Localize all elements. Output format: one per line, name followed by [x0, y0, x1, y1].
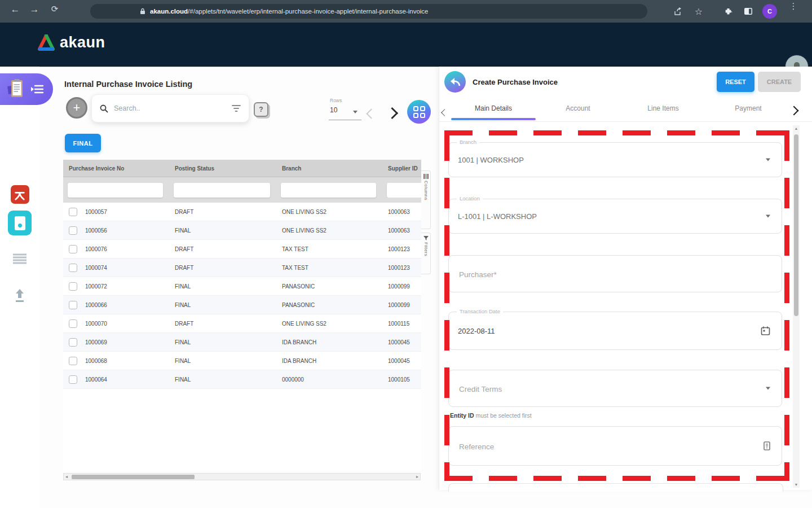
branch-caret-icon[interactable]: [766, 159, 770, 161]
table-row[interactable]: 1000070 DRAFT ONE LIVING SS2 1000115: [63, 314, 421, 333]
browser-reload-icon[interactable]: ⟳: [47, 4, 62, 14]
tab-main-details[interactable]: Main Details: [451, 104, 536, 112]
tab-payment[interactable]: Payment: [706, 104, 791, 112]
table-horizontal-scrollbar[interactable]: ◂ ▸: [63, 473, 421, 480]
location-caret-icon[interactable]: [766, 215, 770, 218]
filters-icon: [423, 236, 429, 240]
sidebar-item-pdf[interactable]: [0, 185, 39, 204]
branch-label: Branch: [457, 139, 479, 145]
table-row[interactable]: 1000074 DRAFT TAX TEST 1000123: [63, 259, 421, 277]
purchaser-input[interactable]: [458, 256, 726, 293]
add-invoice-button[interactable]: +: [66, 97, 87, 119]
browser-forward-icon[interactable]: →: [27, 4, 42, 15]
filter-input-posting-status[interactable]: [174, 183, 270, 198]
brand-logo[interactable]: akaun: [37, 34, 105, 51]
row-checkbox[interactable]: [69, 301, 77, 309]
side-panel-icon[interactable]: [742, 5, 754, 17]
credit-terms-caret-icon[interactable]: [766, 387, 770, 390]
columns-side-tab[interactable]: Columns: [421, 170, 431, 229]
table-row[interactable]: 1000066 FINAL PANASONIC 1000099: [63, 296, 421, 314]
akaun-triangle-icon: [37, 34, 55, 51]
bookmark-star-icon[interactable]: ☆: [692, 5, 705, 17]
playlist-menu-icon: [30, 84, 44, 95]
panel-title: Create Purchase Invoice: [473, 78, 558, 86]
shortcut-help-icon[interactable]: ?: [254, 102, 268, 117]
row-checkbox[interactable]: [69, 338, 77, 347]
location-select[interactable]: Location L-1001 | L-WORKSHOP: [448, 199, 782, 234]
sidebar-item-list[interactable]: [0, 253, 39, 264]
columns-icon: [423, 174, 429, 179]
column-header[interactable]: Supplier ID: [382, 165, 421, 172]
extensions-icon[interactable]: [722, 5, 734, 17]
filters-side-tab[interactable]: Filters: [421, 233, 431, 274]
column-header[interactable]: Purchase Invoice No: [63, 165, 169, 172]
table-row[interactable]: 1000064 FINAL 0000000 1000105: [63, 370, 421, 389]
rows-caret-icon[interactable]: [353, 111, 358, 113]
search-box: [91, 94, 249, 122]
browser-menu-icon[interactable]: ⋮: [788, 3, 798, 8]
transaction-date-field[interactable]: Transaction Date 2022-08-11: [448, 312, 782, 350]
reset-button[interactable]: RESET: [717, 72, 754, 92]
next-page-icon[interactable]: [388, 109, 396, 120]
table-row[interactable]: 1000056 FINAL ONE LIVING SS2 1000063: [63, 221, 421, 240]
sidebar-item-upload[interactable]: [0, 288, 39, 303]
filter-funnel-icon[interactable]: [232, 104, 241, 112]
tabs-scroll-left-icon[interactable]: [442, 107, 447, 117]
url-bar[interactable]: akaun.cloud/#/applets/tnt/wavelet/erp/in…: [90, 4, 647, 19]
table-row[interactable]: 1000057 DRAFT ONE LIVING SS2 1000063: [63, 203, 421, 221]
listing-title: Internal Purchase Invoice Listing: [64, 80, 192, 89]
table-row[interactable]: 1000069 FINAL IDA BRANCH 1000045: [63, 333, 421, 352]
filter-input-invoice-no[interactable]: [68, 183, 163, 198]
prev-page-icon[interactable]: [368, 110, 375, 120]
search-input[interactable]: [113, 104, 232, 113]
sidebar-item-document[interactable]: [0, 211, 39, 235]
row-checkbox[interactable]: [69, 245, 77, 253]
row-checkbox[interactable]: [69, 282, 77, 291]
row-checkbox[interactable]: [69, 357, 77, 365]
browser-chrome: ← → ⟳ akaun.cloud/#/applets/tnt/wavelet/…: [0, 0, 812, 23]
filter-input-branch[interactable]: [281, 183, 376, 198]
scroll-right-icon[interactable]: ▸: [416, 474, 418, 479]
panel-scrollbar[interactable]: ▲ ▼: [793, 125, 800, 488]
rows-underline: [329, 120, 361, 120]
rows-per-page-value[interactable]: 10: [330, 106, 337, 114]
scroll-down-icon[interactable]: ▼: [793, 483, 800, 487]
scroll-left-icon[interactable]: ◂: [65, 474, 68, 479]
search-icon: [100, 104, 108, 113]
calendar-icon[interactable]: [761, 326, 770, 336]
sidebar-item-active-applet[interactable]: [0, 73, 53, 105]
column-header[interactable]: Branch: [276, 165, 382, 172]
table-row[interactable]: 1000072 FINAL PANASONIC 1000099: [63, 277, 421, 296]
row-checkbox[interactable]: [69, 319, 77, 328]
row-checkbox[interactable]: [69, 375, 77, 384]
scrollbar-thumb[interactable]: [72, 475, 195, 479]
credit-terms-input[interactable]: [458, 370, 726, 408]
create-button[interactable]: CREATE: [758, 72, 801, 92]
row-checkbox[interactable]: [69, 226, 77, 235]
apps-grid-button[interactable]: [407, 100, 431, 124]
final-filter-button[interactable]: FINAL: [65, 134, 101, 152]
share-icon[interactable]: [672, 5, 685, 17]
back-button[interactable]: [444, 71, 466, 93]
panel-scrollbar-thumb[interactable]: [794, 134, 798, 316]
purchaser-field[interactable]: [448, 255, 782, 292]
filter-input-supplier-id[interactable]: [387, 183, 421, 198]
document-app-icon: [8, 211, 32, 235]
url-text: akaun.cloud/#/applets/tnt/wavelet/erp/in…: [150, 8, 428, 15]
table-row[interactable]: 1000076 DRAFT TAX TEST 1000123: [63, 240, 421, 259]
column-header[interactable]: Posting Status: [169, 165, 276, 172]
row-checkbox[interactable]: [69, 208, 77, 216]
branch-select[interactable]: Branch 1001 | WORKSHOP: [448, 142, 782, 177]
reference-input[interactable]: [458, 427, 726, 466]
browser-back-icon[interactable]: ←: [8, 4, 23, 15]
row-checkbox[interactable]: [69, 264, 77, 272]
reference-field[interactable]: [448, 426, 782, 466]
tabs-scroll-right-icon[interactable]: [791, 106, 797, 116]
scroll-up-icon[interactable]: ▲: [793, 126, 800, 130]
browser-profile-avatar[interactable]: C: [762, 4, 777, 19]
location-value: L-1001 | L-WORKSHOP: [458, 212, 537, 221]
tab-account[interactable]: Account: [536, 104, 620, 112]
tab-line-items[interactable]: Line Items: [620, 104, 706, 112]
table-row[interactable]: 1000068 FINAL IDA BRANCH 1000045: [63, 352, 421, 370]
credit-terms-select[interactable]: [448, 370, 782, 407]
